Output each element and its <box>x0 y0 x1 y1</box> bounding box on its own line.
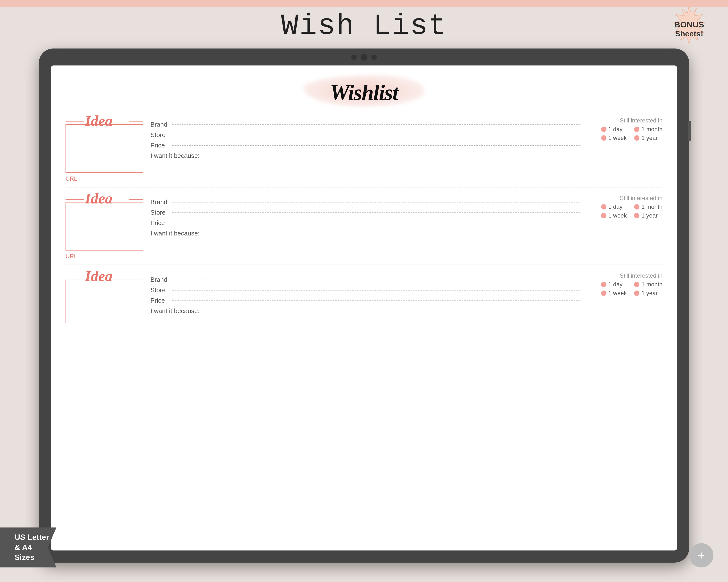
brand-row-2: Brand <box>151 198 580 206</box>
tablet-screen: Wishlist Idea Still interested in <box>51 65 677 551</box>
idea-entry-2: Idea Still interested in 1 day <box>66 195 662 265</box>
top-bar <box>0 0 728 7</box>
idea-fields-interested-1: Still interested in 1 day 1 month <box>151 117 662 160</box>
interested-section-2: Still interested in 1 day 1 month <box>601 195 662 219</box>
url-label-2: URL: <box>66 253 79 259</box>
dot-1day-3 <box>601 282 606 287</box>
interested-item-1month-3: 1 month <box>634 281 662 288</box>
interested-grid-3: 1 day 1 month 1 week <box>601 281 662 297</box>
dot-1day-1 <box>601 127 606 132</box>
interested-label-3: Still interested in <box>601 272 662 279</box>
idea-image-box-3 <box>66 280 143 323</box>
interested-text-1day-2: 1 day <box>608 203 623 210</box>
dot-1day-2 <box>601 204 606 210</box>
interested-item-1day-1: 1 day <box>601 126 629 133</box>
brand-row-3: Brand <box>151 276 580 283</box>
interested-text-1week-1: 1 week <box>608 135 627 141</box>
price-row-1: Price <box>151 142 580 149</box>
idea-label-3: Idea <box>85 268 112 285</box>
bottom-label-line1: US Letter <box>15 532 49 543</box>
idea-label-1: Idea <box>85 112 112 130</box>
idea-image-section-3: Idea <box>66 272 143 323</box>
brand-line-3 <box>172 280 580 280</box>
bonus-badge: BONUS Sheets! <box>665 5 713 53</box>
idea-line-left-1 <box>66 121 84 122</box>
idea-line-right-3 <box>129 277 143 277</box>
interested-text-1month-3: 1 month <box>641 281 662 288</box>
wishlist-title: Wishlist <box>66 80 662 105</box>
dot-1week-2 <box>601 213 606 218</box>
want-because-3: I want it because: <box>151 307 580 315</box>
price-line-3 <box>172 301 580 301</box>
interested-item-1week-1: 1 week <box>601 135 629 141</box>
screen-content: Wishlist Idea Still interested in <box>51 65 677 551</box>
want-because-2: I want it because: <box>151 230 580 237</box>
want-because-1: I want it because: <box>151 152 580 160</box>
brand-line-1 <box>172 124 580 125</box>
bottom-label-line2: & A4 <box>15 543 49 553</box>
idea-image-section-2: Idea <box>66 195 143 250</box>
interested-text-1day-1: 1 day <box>608 126 623 133</box>
interested-section-3: Still interested in 1 day 1 month <box>601 272 662 297</box>
interested-text-1day-3: 1 day <box>608 281 623 288</box>
interested-text-1month-2: 1 month <box>641 203 662 210</box>
zoom-icon[interactable]: + <box>689 543 713 567</box>
interested-label-2: Still interested in <box>601 195 662 201</box>
price-line-2 <box>172 223 580 223</box>
interested-text-1week-3: 1 week <box>608 290 627 297</box>
idea-entry-1: Idea Still interested in 1 day <box>66 117 662 188</box>
interested-grid-1: 1 day 1 month 1 week <box>601 126 662 141</box>
camera-dot-center <box>361 54 367 61</box>
dot-1month-2 <box>634 204 640 210</box>
idea-image-section-1: Idea <box>66 117 143 173</box>
store-label-1: Store <box>151 131 170 139</box>
interested-item-1month-1: 1 month <box>634 126 662 133</box>
interested-grid-2: 1 day 1 month 1 week <box>601 203 662 219</box>
idea-fields-interested-2: Still interested in 1 day 1 month <box>151 195 662 237</box>
bonus-text-line1: BONUS <box>674 20 704 29</box>
brand-row-1: Brand <box>151 121 580 128</box>
store-row-3: Store <box>151 286 580 294</box>
idea-entry-3: Idea Still interested in 1 day <box>66 272 662 328</box>
price-row-3: Price <box>151 297 580 304</box>
idea-line-right-1 <box>129 121 143 122</box>
idea-line-left-2 <box>66 199 84 200</box>
idea-top-row-2: Idea Still interested in 1 day <box>66 195 662 250</box>
dot-1year-3 <box>634 290 640 296</box>
price-line-1 <box>172 145 580 146</box>
interested-text-1year-3: 1 year <box>641 290 658 297</box>
url-row-1: URL: <box>66 175 662 182</box>
idea-image-box-2 <box>66 202 143 250</box>
tablet: Wishlist Idea Still interested in <box>39 49 689 563</box>
idea-top-row-3: Idea Still interested in 1 day <box>66 272 662 323</box>
url-row-2: URL: <box>66 253 662 260</box>
dot-1week-3 <box>601 290 606 296</box>
interested-section-1: Still interested in 1 day 1 month <box>601 117 662 141</box>
store-row-1: Store <box>151 131 580 139</box>
price-label-2: Price <box>151 219 170 227</box>
idea-fields-interested-3: Still interested in 1 day 1 month <box>151 272 662 315</box>
bottom-label-line3: Sizes <box>15 552 49 563</box>
main-title: Wish List <box>281 10 447 43</box>
interested-text-1week-2: 1 week <box>608 212 627 219</box>
brand-label-2: Brand <box>151 198 170 206</box>
interested-item-1year-1: 1 year <box>634 135 662 141</box>
store-line-1 <box>172 135 580 135</box>
camera-dot-right <box>371 55 376 60</box>
store-row-2: Store <box>151 209 580 216</box>
interested-item-1day-3: 1 day <box>601 281 629 288</box>
interested-item-1week-2: 1 week <box>601 212 629 219</box>
brand-line-2 <box>172 202 580 202</box>
interested-text-1year-1: 1 year <box>641 135 658 141</box>
camera-dot-left <box>352 55 357 60</box>
dot-1month-1 <box>634 127 640 132</box>
bottom-label: US Letter & A4 Sizes <box>0 527 56 567</box>
idea-top-row-1: Idea Still interested in 1 day <box>66 117 662 173</box>
price-label-3: Price <box>151 297 170 304</box>
price-row-2: Price <box>151 219 580 227</box>
store-label-3: Store <box>151 286 170 294</box>
idea-label-2: Idea <box>85 190 112 207</box>
interested-text-1year-2: 1 year <box>641 212 658 219</box>
bonus-text-line2: Sheets! <box>674 29 704 38</box>
zoom-plus-icon: + <box>698 548 705 562</box>
